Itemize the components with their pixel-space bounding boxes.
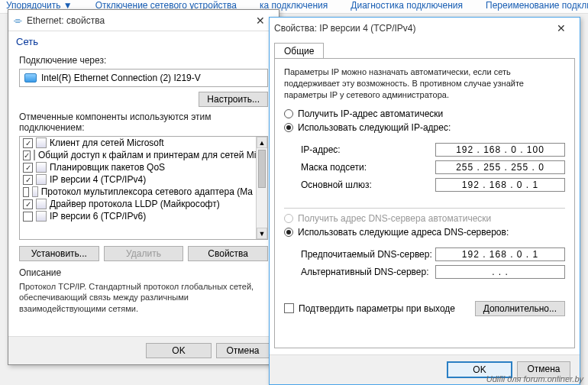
intro-text: Параметры IP можно назначать автоматичес… [284, 66, 565, 101]
toolbar-item[interactable]: Диагностика подключения [351, 0, 463, 13]
scroll-down-icon[interactable]: ▼ [257, 228, 267, 239]
checkbox-icon[interactable]: ✓ [23, 175, 33, 185]
checkbox-icon[interactable] [23, 212, 33, 222]
component-label: IP версии 6 (TCP/IPv6) [50, 211, 146, 222]
scrollbar[interactable]: ▲ ▼ [256, 137, 267, 239]
component-label: Общий доступ к файлам и принтерам для се… [38, 150, 256, 160]
connect-via-label: Подключение через: [19, 55, 268, 66]
component-icon [36, 174, 47, 185]
list-item[interactable]: Протокол мультиплексора сетевого адаптер… [20, 186, 256, 198]
preferred-dns-label: Предпочитаемый DNS-сервер: [301, 249, 432, 260]
list-item[interactable]: ✓Драйвер протокола LLDP (Майкрософт) [20, 198, 256, 210]
ip-address-input[interactable]: 192 . 168 . 0 . 100 [435, 143, 565, 157]
component-icon [36, 199, 47, 209]
option-label: Использовать следующий IP-адрес: [298, 122, 451, 133]
ip-address-label: IP-адрес: [301, 144, 341, 155]
ipv4-properties-dialog: Свойства: IP версии 4 (TCP/IPv4) ✕ Общие… [269, 17, 580, 385]
components-label: Отмеченные компоненты используются этим … [19, 112, 268, 133]
adapter-icon: ⌯ [13, 15, 22, 26]
gateway-label: Основной шлюз: [301, 180, 372, 190]
checkbox-icon [284, 303, 294, 313]
preferred-dns-input[interactable]: 192 . 168 . 0 . 1 [435, 247, 565, 261]
radio-icon [284, 109, 293, 118]
radio-icon [284, 228, 293, 237]
checkbox-icon[interactable]: ✓ [23, 138, 33, 148]
close-icon[interactable]: ✕ [548, 22, 575, 34]
component-label: Протокол мультиплексора сетевого адаптер… [41, 186, 253, 197]
radio-icon [284, 123, 293, 132]
alternate-dns-input[interactable]: . . . [435, 265, 565, 279]
description-text: Протокол TCP/IP. Стандартный протокол гл… [19, 281, 268, 314]
network-adapter-icon [24, 73, 37, 82]
titlebar[interactable]: Свойства: IP версии 4 (TCP/IPv4) ✕ [270, 18, 580, 39]
properties-button[interactable]: Свойства [188, 246, 268, 261]
list-item[interactable]: ✓Планировщик пакетов QoS [20, 161, 256, 173]
checkbox-icon[interactable]: ✓ [23, 163, 33, 173]
advanced-button[interactable]: Дополнительно... [475, 301, 565, 316]
component-label: IP версии 4 (TCP/IPv4) [50, 174, 146, 185]
window-title: Свойства: IP версии 4 (TCP/IPv4) [274, 23, 416, 34]
option-auto-dns: Получить адрес DNS-сервера автоматически [284, 213, 565, 224]
tab-strip: Общие [270, 39, 580, 58]
scroll-up-icon[interactable]: ▲ [257, 137, 267, 148]
validate-checkbox[interactable]: Подтвердить параметры при выходе [284, 303, 455, 314]
component-icon [34, 150, 35, 160]
component-icon [36, 138, 47, 148]
list-item[interactable]: ✓IP версии 4 (TCP/IPv4) [20, 173, 256, 186]
option-label: Получить адрес DNS-сервера автоматически [298, 213, 491, 224]
tab-body: Параметры IP можно назначать автоматичес… [274, 58, 575, 348]
subnet-mask-input[interactable]: 255 . 255 . 255 . 0 [435, 160, 565, 174]
validate-label: Подтвердить параметры при выходе [299, 303, 455, 314]
subnet-mask-label: Маска подсети: [301, 162, 367, 173]
ethernet-properties-dialog: ⌯ Ethernet: свойства ✕ Сеть Подключение … [8, 9, 279, 365]
adapter-box: Intel(R) Ethernet Connection (2) I219-V [19, 69, 268, 87]
components-list[interactable]: ✓Клиент для сетей Microsoft✓Общий доступ… [19, 136, 268, 240]
checkbox-icon[interactable] [23, 187, 29, 197]
configure-button[interactable]: Настроить... [199, 92, 268, 107]
component-icon [36, 211, 47, 222]
component-icon [32, 186, 38, 197]
option-label: Использовать следующие адреса DNS-сервер… [298, 227, 509, 238]
checkbox-icon[interactable]: ✓ [23, 150, 31, 160]
list-item[interactable]: ✓Общий доступ к файлам и принтерам для с… [20, 149, 256, 161]
radio-icon [284, 214, 293, 223]
ok-button[interactable]: OK [146, 343, 212, 358]
gateway-input[interactable]: 192 . 168 . 0 . 1 [435, 178, 565, 192]
option-label: Получить IP-адрес автоматически [298, 108, 443, 119]
toolbar-item[interactable]: Переименование подключения [486, 0, 588, 13]
list-item[interactable]: ✓Клиент для сетей Microsoft [20, 137, 256, 149]
section-header: Сеть [8, 31, 279, 50]
component-label: Драйвер протокола LLDP (Майкрософт) [50, 199, 220, 209]
titlebar[interactable]: ⌯ Ethernet: свойства ✕ [8, 10, 279, 31]
watermark: Udifil для forum.onliner.by [486, 374, 583, 383]
alternate-dns-label: Альтернативный DNS-сервер: [301, 267, 429, 277]
uninstall-button[interactable]: Удалить [104, 246, 184, 261]
component-label: Планировщик пакетов QoS [50, 162, 165, 173]
install-button[interactable]: Установить... [19, 246, 99, 261]
scroll-thumb[interactable] [258, 150, 266, 188]
tab-general[interactable]: Общие [274, 43, 324, 59]
adapter-name: Intel(R) Ethernet Connection (2) I219-V [41, 73, 201, 83]
list-item[interactable]: IP версии 6 (TCP/IPv6) [20, 210, 256, 222]
component-label: Клиент для сетей Microsoft [50, 138, 164, 148]
component-icon [36, 162, 47, 173]
window-title: Ethernet: свойства [27, 15, 105, 26]
description-header: Описание [19, 267, 268, 278]
cancel-button[interactable]: Отмена [216, 343, 270, 358]
checkbox-icon[interactable]: ✓ [23, 199, 33, 209]
option-manual-ip[interactable]: Использовать следующий IP-адрес: [284, 122, 565, 133]
separator [284, 208, 565, 209]
option-manual-dns[interactable]: Использовать следующие адреса DNS-сервер… [284, 227, 565, 238]
option-auto-ip[interactable]: Получить IP-адрес автоматически [284, 108, 565, 119]
